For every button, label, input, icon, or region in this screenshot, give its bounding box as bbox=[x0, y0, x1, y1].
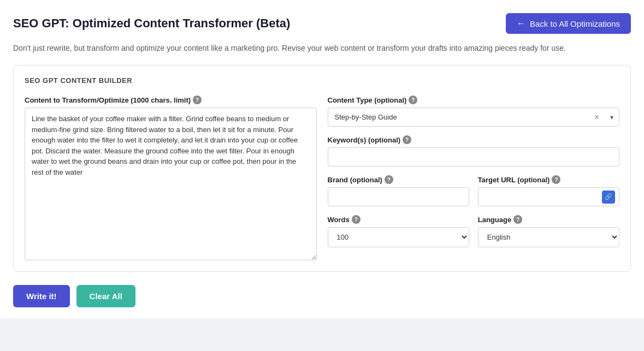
language-label: Language ? bbox=[478, 215, 619, 224]
back-button[interactable]: ← Back to All Optimizations bbox=[506, 13, 631, 34]
content-type-select-wrapper: Step-by-Step Guide × ▾ bbox=[328, 108, 620, 127]
page-header: SEO GPT: Optimized Content Transformer (… bbox=[13, 13, 631, 34]
left-column: Content to Transform/Optimize (1000 char… bbox=[25, 96, 317, 260]
content-type-value: Step-by-Step Guide bbox=[328, 108, 589, 126]
back-arrow-icon: ← bbox=[517, 19, 525, 28]
keywords-label: Keyword(s) (optional) ? bbox=[328, 135, 620, 144]
url-input-wrapper: 🔗 bbox=[478, 187, 619, 206]
words-select[interactable]: 50 100 150 200 250 300 400 500 bbox=[328, 227, 469, 247]
content-builder-card: SEO GPT CONTENT BUILDER Content to Trans… bbox=[13, 65, 631, 272]
words-help-icon[interactable]: ? bbox=[352, 215, 361, 224]
right-column: Content Type (optional) ? Step-by-Step G… bbox=[328, 96, 620, 260]
target-url-label: Target URL (optional) ? bbox=[478, 175, 619, 184]
clear-all-button[interactable]: Clear All bbox=[76, 285, 135, 307]
brand-help-icon[interactable]: ? bbox=[385, 175, 393, 184]
content-type-field: Content Type (optional) ? Step-by-Step G… bbox=[328, 96, 620, 127]
url-link-icon: 🔗 bbox=[602, 191, 615, 204]
page-description: Don't just rewrite, but transform and op… bbox=[13, 43, 631, 54]
words-language-row: Words ? 50 100 150 200 250 300 400 500 bbox=[328, 215, 620, 247]
content-type-label: Content Type (optional) ? bbox=[328, 96, 620, 104]
form-grid: Content to Transform/Optimize (1000 char… bbox=[25, 96, 619, 260]
brand-input[interactable] bbox=[328, 187, 469, 206]
language-help-icon[interactable]: ? bbox=[513, 215, 522, 224]
content-field-label: Content to Transform/Optimize (1000 char… bbox=[25, 96, 317, 104]
keywords-help-icon[interactable]: ? bbox=[403, 135, 411, 144]
language-select[interactable]: English Spanish French German Italian Po… bbox=[478, 227, 619, 247]
language-field: Language ? English Spanish French German… bbox=[478, 215, 619, 247]
page-title: SEO GPT: Optimized Content Transformer (… bbox=[13, 16, 290, 31]
keywords-input[interactable] bbox=[328, 147, 620, 166]
brand-label: Brand (optional) ? bbox=[328, 175, 469, 184]
words-label: Words ? bbox=[328, 215, 469, 224]
target-url-field: Target URL (optional) ? 🔗 bbox=[478, 175, 619, 206]
brand-url-row: Brand (optional) ? Target URL (optional)… bbox=[328, 175, 620, 206]
write-button[interactable]: Write it! bbox=[13, 285, 70, 307]
content-type-clear-button[interactable]: × bbox=[589, 113, 605, 122]
brand-field: Brand (optional) ? bbox=[328, 175, 469, 206]
words-field: Words ? 50 100 150 200 250 300 400 500 bbox=[328, 215, 469, 247]
keywords-field: Keyword(s) (optional) ? bbox=[328, 135, 620, 166]
content-textarea[interactable]: Line the basket of your coffee maker wit… bbox=[25, 108, 317, 260]
target-url-help-icon[interactable]: ? bbox=[552, 175, 560, 184]
footer-buttons: Write it! Clear All bbox=[13, 274, 631, 318]
content-help-icon[interactable]: ? bbox=[193, 96, 202, 104]
card-title: SEO GPT CONTENT BUILDER bbox=[25, 76, 619, 85]
content-type-dropdown-arrow[interactable]: ▾ bbox=[605, 114, 619, 121]
back-button-label: Back to All Optimizations bbox=[530, 19, 620, 28]
content-type-help-icon[interactable]: ? bbox=[409, 96, 417, 104]
target-url-input[interactable] bbox=[478, 187, 619, 206]
